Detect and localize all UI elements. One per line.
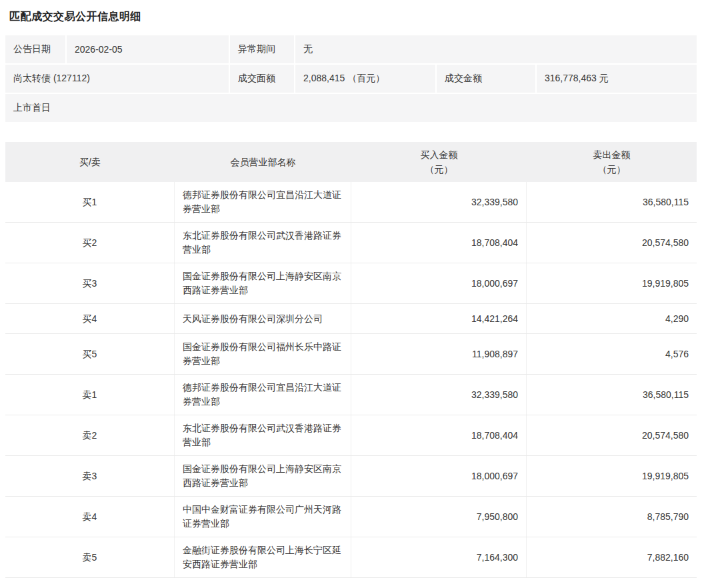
buy-amount-cell: 18,000,697 (351, 263, 527, 303)
broker-name-cell: 国金证券股份有限公司福州长乐中路证券营业部 (175, 334, 351, 374)
broker-name-cell: 国金证券股份有限公司上海静安区南京西路证券营业部 (175, 263, 351, 303)
column-header-sell-line2: （元） (598, 162, 626, 177)
column-header-broker: 会员营业部名称 (175, 142, 351, 182)
table-row: 买2 东北证券股份有限公司武汉香港路证券营业部 18,708,404 20,57… (5, 223, 697, 263)
table-row: 买4 天风证券股份有限公司深圳分公司 14,421,264 4,290 (5, 304, 697, 334)
buy-amount-cell: 18,000,697 (351, 456, 527, 496)
table-row: 卖3 国金证券股份有限公司上海静安区南京西路证券营业部 18,000,697 1… (5, 456, 697, 497)
turnover-value: 316,778,463 元 (537, 65, 697, 93)
broker-name-cell: 金融街证券股份有限公司上海长宁区延安西路证券营业部 (175, 537, 351, 577)
buy-amount-cell: 14,421,264 (351, 304, 527, 333)
abnormal-period-label: 异常期间 (230, 35, 294, 63)
side-rank-cell: 买5 (5, 334, 175, 374)
listing-note: 上市首日 (5, 94, 697, 122)
sell-amount-cell: 20,574,580 (527, 415, 697, 455)
side-rank-cell: 买3 (5, 263, 175, 303)
sell-amount-cell: 7,882,160 (527, 537, 697, 577)
column-header-buy-line1: 买入金额 (421, 147, 458, 162)
summary-row-note: 上市首日 (5, 94, 697, 122)
buy-amount-cell: 18,708,404 (351, 415, 527, 455)
column-header-sell-amount: 卖出金额 （元） (527, 142, 697, 182)
table-header: 买/卖 会员营业部名称 买入金额 （元） 卖出金额 （元） (5, 142, 697, 182)
buy-amount-cell: 18,708,404 (351, 223, 527, 263)
table-body: 买1 德邦证券股份有限公司宜昌沿江大道证券营业部 32,339,580 36,5… (5, 182, 697, 578)
column-header-broker-line1: 会员营业部名称 (231, 155, 296, 169)
buy-amount-cell: 11,908,897 (351, 334, 527, 374)
buy-amount-cell: 32,339,580 (351, 182, 527, 222)
table-row: 卖1 德邦证券股份有限公司宜昌沿江大道证券营业部 32,339,580 36,5… (5, 375, 697, 415)
sell-amount-cell: 36,580,115 (527, 375, 697, 415)
broker-name-cell: 德邦证券股份有限公司宜昌沿江大道证券营业部 (175, 182, 351, 222)
buy-amount-cell: 7,950,800 (351, 497, 527, 537)
buy-amount-cell: 7,164,300 (351, 537, 527, 577)
turnover-label: 成交金额 (437, 65, 535, 93)
side-rank-cell: 买1 (5, 182, 175, 222)
announce-date-value: 2026-02-05 (67, 35, 229, 63)
table-row: 买3 国金证券股份有限公司上海静安区南京西路证券营业部 18,000,697 1… (5, 263, 697, 304)
sell-amount-cell: 4,576 (527, 334, 697, 374)
announce-date-label: 公告日期 (5, 35, 65, 63)
broker-name-cell: 天风证券股份有限公司深圳分公司 (175, 304, 351, 333)
broker-name-cell: 东北证券股份有限公司武汉香港路证券营业部 (175, 223, 351, 263)
sell-amount-cell: 4,290 (527, 304, 697, 333)
table-row: 卖2 东北证券股份有限公司武汉香港路证券营业部 18,708,404 20,57… (5, 415, 697, 456)
column-header-sell-line1: 卖出金额 (593, 147, 631, 162)
side-rank-cell: 卖3 (5, 456, 175, 496)
side-rank-cell: 买4 (5, 304, 175, 333)
sell-amount-cell: 20,574,580 (527, 223, 697, 263)
security-name: 尚太转债 (127112) (5, 65, 229, 93)
table-row: 卖4 中国中金财富证券有限公司广州天河路证券营业部 7,950,800 8,78… (5, 497, 697, 537)
abnormal-period-value: 无 (295, 35, 697, 63)
summary-panel: 公告日期 2026-02-05 异常期间 无 尚太转债 (127112) 成交面… (5, 35, 697, 122)
column-header-buy-line2: （元） (425, 162, 453, 177)
trade-table: 买/卖 会员营业部名称 买入金额 （元） 卖出金额 （元） 买1 德邦证券股份有… (5, 142, 697, 578)
column-header-side: 买/卖 (5, 142, 175, 182)
side-rank-cell: 卖2 (5, 415, 175, 455)
column-header-buy-amount: 买入金额 （元） (351, 142, 527, 182)
sell-amount-cell: 36,580,115 (527, 182, 697, 222)
page-title: 匹配成交交易公开信息明细 (5, 0, 697, 35)
broker-name-cell: 国金证券股份有限公司上海静安区南京西路证券营业部 (175, 456, 351, 496)
disclosure-page: 匹配成交交易公开信息明细 公告日期 2026-02-05 异常期间 无 尚太转债… (0, 0, 702, 588)
broker-name-cell: 东北证券股份有限公司武汉香港路证券营业部 (175, 415, 351, 455)
sell-amount-cell: 8,785,790 (527, 497, 697, 537)
face-value-label: 成交面额 (230, 65, 294, 93)
table-row: 买1 德邦证券股份有限公司宜昌沿江大道证券营业部 32,339,580 36,5… (5, 182, 697, 223)
buy-amount-cell: 32,339,580 (351, 375, 527, 415)
side-rank-cell: 卖1 (5, 375, 175, 415)
sell-amount-cell: 19,919,805 (527, 263, 697, 303)
column-header-side-line1: 买/卖 (79, 155, 101, 169)
table-row: 卖5 金融街证券股份有限公司上海长宁区延安西路证券营业部 7,164,300 7… (5, 537, 697, 578)
side-rank-cell: 卖5 (5, 537, 175, 577)
summary-row-date: 公告日期 2026-02-05 异常期间 无 (5, 35, 697, 63)
broker-name-cell: 德邦证券股份有限公司宜昌沿江大道证券营业部 (175, 375, 351, 415)
sell-amount-cell: 19,919,805 (527, 456, 697, 496)
broker-name-cell: 中国中金财富证券有限公司广州天河路证券营业部 (175, 497, 351, 537)
face-value-value: 2,088,415 （百元） (295, 65, 435, 93)
table-row: 买5 国金证券股份有限公司福州长乐中路证券营业部 11,908,897 4,57… (5, 334, 697, 375)
side-rank-cell: 卖4 (5, 497, 175, 537)
summary-row-security: 尚太转债 (127112) 成交面额 2,088,415 （百元） 成交金额 3… (5, 65, 697, 93)
side-rank-cell: 买2 (5, 223, 175, 263)
